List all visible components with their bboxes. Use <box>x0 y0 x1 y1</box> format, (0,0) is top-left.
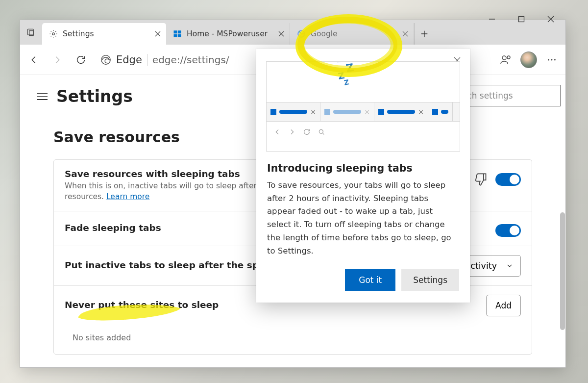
chevron-down-icon <box>506 262 514 270</box>
svg-point-12 <box>551 59 553 60</box>
tab-mspoweruser[interactable]: Home - MSPoweruser <box>166 23 290 45</box>
gear-icon <box>49 29 58 38</box>
learn-more-link[interactable]: Learn more <box>106 192 149 201</box>
svg-point-13 <box>554 59 556 60</box>
edge-icon <box>100 54 111 65</box>
site-identity: Edge <box>116 54 142 66</box>
toolbar-right <box>496 50 562 70</box>
tab-actions-button[interactable] <box>20 20 42 45</box>
window-controls <box>477 20 565 45</box>
close-icon[interactable] <box>402 30 409 37</box>
close-icon[interactable] <box>154 30 161 37</box>
svg-point-1 <box>52 33 55 35</box>
avatar[interactable] <box>520 51 537 68</box>
hamburger-icon[interactable] <box>37 93 48 100</box>
tab-settings[interactable]: Settings <box>42 23 166 45</box>
setting-label: Fade sleeping tabs <box>65 223 161 233</box>
svg-rect-5 <box>178 34 181 37</box>
svg-rect-0 <box>27 29 33 35</box>
new-tab-button[interactable] <box>414 23 434 45</box>
close-icon[interactable] <box>278 30 285 37</box>
toggle-sleeping-tabs[interactable] <box>495 173 521 186</box>
settings-button[interactable]: Settings <box>401 269 459 291</box>
windows-icon <box>173 29 182 38</box>
maximize-button[interactable] <box>507 9 536 29</box>
callout-actions: Got it Settings <box>256 257 470 291</box>
tab-label: Home - MSPoweruser <box>187 29 273 38</box>
no-sites-text: No sites added <box>54 325 532 354</box>
tab-strip: Settings Home - MSPoweruser Google <box>42 23 414 45</box>
toggle-fade-tabs[interactable] <box>495 224 521 237</box>
forward-button[interactable] <box>48 50 67 70</box>
svg-rect-7 <box>519 17 524 22</box>
back-button[interactable] <box>24 50 44 70</box>
close-window-button[interactable] <box>536 9 565 29</box>
tab-google[interactable]: Google <box>290 23 414 45</box>
refresh-button[interactable] <box>71 50 91 70</box>
more-menu-icon[interactable] <box>542 50 562 70</box>
minimize-button[interactable] <box>477 9 507 29</box>
sleeping-tabs-callout: Z Z Z Z × × × Introducing sleeping tabs … <box>256 49 470 303</box>
google-icon <box>297 29 306 38</box>
svg-point-10 <box>507 56 510 59</box>
got-it-button[interactable]: Got it <box>345 269 395 291</box>
callout-body: To save resources, your tabs will go to … <box>256 179 470 257</box>
page-title: Settings <box>56 87 133 106</box>
divider <box>147 54 147 66</box>
thumbs-down-icon[interactable] <box>474 173 488 186</box>
svg-point-14 <box>319 129 323 133</box>
browser-window: Settings Home - MSPoweruser Google <box>20 20 566 368</box>
url-text: edge://settings/ <box>152 54 229 66</box>
callout-illustration: Z Z Z Z × × × <box>266 61 460 152</box>
svg-rect-2 <box>174 30 177 33</box>
tab-label: Settings <box>63 29 149 38</box>
svg-point-9 <box>502 56 506 60</box>
add-site-button[interactable]: Add <box>486 295 521 316</box>
title-bar: Settings Home - MSPoweruser Google <box>20 20 565 45</box>
svg-rect-3 <box>178 30 181 33</box>
callout-title: Introducing sleeping tabs <box>256 152 470 179</box>
tab-label: Google <box>311 29 397 38</box>
svg-point-11 <box>548 59 549 60</box>
svg-rect-4 <box>174 34 177 37</box>
scrollbar-thumb[interactable] <box>560 212 565 330</box>
feedback-icon[interactable] <box>496 50 515 70</box>
